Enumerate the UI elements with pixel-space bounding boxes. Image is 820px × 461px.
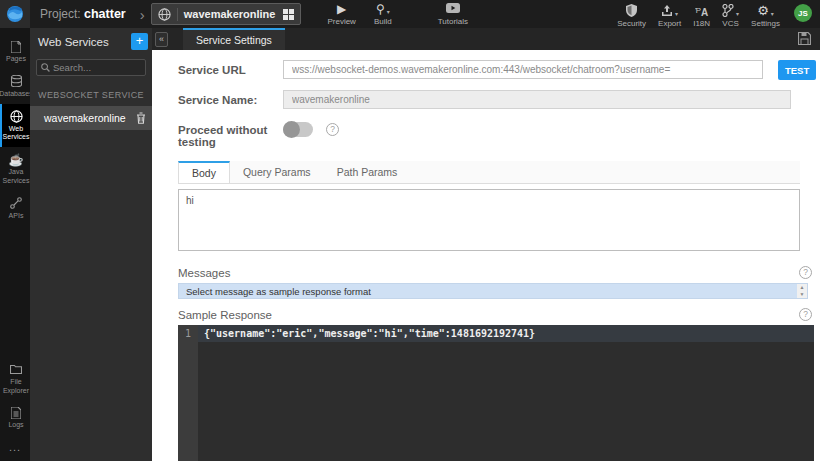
sidebar-item-logs[interactable]: Logs [0, 400, 30, 435]
tab-body[interactable]: Body [178, 161, 230, 183]
sidebar-item-databases[interactable]: Databases [0, 69, 30, 104]
wavemaker-logo-icon [6, 5, 24, 23]
svg-text:A: A [701, 7, 708, 17]
chevron-down-icon: ▾ [736, 11, 739, 17]
build-button[interactable]: ⚲▾ Build [374, 2, 392, 26]
editor-tab-bar: « Service Settings [152, 28, 820, 50]
toggle-knob [283, 121, 300, 138]
sidebar-item-pages[interactable]: Pages [0, 34, 30, 69]
line-number: 1 [178, 325, 198, 339]
tab-query-params[interactable]: Query Params [230, 161, 324, 183]
body-textarea[interactable]: hi [178, 189, 800, 251]
tutorials-button[interactable]: Tutorials [438, 2, 468, 26]
service-url-row: Service URL TEST [178, 60, 816, 80]
service-name-input [283, 90, 791, 109]
sidebar-item-file-explorer[interactable]: File Explorer [0, 357, 30, 401]
service-url-label: Service URL [178, 60, 283, 76]
sample-response-editor[interactable]: 1 {"username":"eric","message":"hi","tim… [178, 325, 814, 461]
folder-icon [10, 363, 22, 376]
sample-response-help-icon[interactable]: ? [799, 308, 812, 321]
project-breadcrumb: Project: chatter [40, 7, 126, 21]
log-document-icon [11, 406, 21, 419]
toolbar-left-actions: ▶ Preview ⚲▾ Build Tutorials [327, 2, 486, 26]
test-button[interactable]: TEST [778, 60, 816, 80]
api-nodes-icon [10, 197, 22, 210]
translate-icon: Ƥ A [695, 4, 709, 17]
more-options-button[interactable]: ... [0, 435, 30, 461]
left-icon-rail: Pages Databases Web Services ☕ Java Serv… [0, 28, 30, 461]
search-input[interactable] [53, 62, 143, 73]
add-service-button[interactable]: + [131, 33, 148, 50]
toolbar-right-actions: Security ▾ Export Ƥ A I18N [617, 0, 820, 28]
globe-icon [10, 110, 23, 123]
param-tab-strip: Body Query Params Path Params [178, 161, 800, 184]
globe-icon [158, 8, 178, 21]
panel-header: Web Services + [30, 28, 152, 54]
service-item-label: wavemakeronline [44, 112, 136, 124]
top-bar: Project: chatter › wavemakeronline ▶ Pre… [0, 0, 820, 28]
sidebar-item-apis[interactable]: APIs [0, 191, 30, 226]
messages-label: Messages [178, 267, 230, 279]
vcs-button[interactable]: ▾ VCS [722, 4, 739, 28]
code-line: {"username":"eric","message":"hi","time"… [198, 325, 814, 342]
user-avatar[interactable]: JS [794, 4, 812, 22]
messages-bar-text: Select message as sample response format [179, 286, 797, 297]
panel-title: Web Services [38, 36, 131, 48]
gear-icon: ⚙▾ [757, 4, 774, 17]
chevron-down-icon: ▾ [387, 9, 390, 15]
collapse-panel-button[interactable]: « [155, 32, 168, 47]
export-button[interactable]: ▾ Export [658, 4, 681, 28]
scroll-down-icon: ▼ [800, 292, 805, 297]
breadcrumb-chevron-icon: › [140, 7, 145, 22]
proceed-help-icon[interactable]: ? [326, 123, 339, 136]
page-icon [11, 40, 21, 53]
save-icon[interactable] [798, 32, 811, 45]
youtube-icon [446, 2, 460, 15]
security-button[interactable]: Security [617, 4, 646, 28]
open-service-tab[interactable]: wavemakeronline [151, 3, 302, 25]
web-services-panel: Web Services + WEBSOCKET SERVICE wavemak… [30, 28, 152, 461]
service-list-item[interactable]: wavemakeronline [30, 106, 152, 130]
play-icon: ▶ [337, 2, 346, 15]
websocket-service-section-label: WEBSOCKET SERVICE [38, 90, 152, 100]
sidebar-item-java-services[interactable]: ☕ Java Services [0, 147, 30, 191]
service-name-row: Service Name: [178, 90, 816, 109]
database-icon [11, 75, 22, 88]
service-search [36, 59, 146, 76]
export-upload-icon: ▾ [661, 4, 678, 17]
search-icon [41, 63, 50, 72]
proceed-row: Proceed without testing ? [178, 120, 816, 148]
build-tools-icon: ⚲▾ [376, 2, 390, 15]
trash-icon[interactable] [136, 112, 146, 124]
service-name-label: Service Name: [178, 90, 283, 106]
messages-scrollbar[interactable]: ▲ ▼ [797, 284, 807, 298]
coffee-cup-icon: ☕ [9, 153, 24, 166]
proceed-label: Proceed without testing [178, 120, 283, 148]
project-label: Project: [40, 7, 81, 21]
rail-spacer [0, 225, 30, 357]
proceed-toggle[interactable] [283, 122, 313, 137]
wavemaker-logo[interactable] [0, 0, 30, 28]
preview-button[interactable]: ▶ Preview [327, 2, 355, 26]
chevron-down-icon: ▾ [675, 11, 678, 17]
editor-gutter: 1 [178, 325, 198, 461]
grid-icon[interactable] [283, 9, 294, 20]
messages-help-icon[interactable]: ? [799, 266, 812, 279]
service-tab-label: wavemakeronline [184, 8, 276, 20]
branch-icon: ▾ [722, 4, 739, 17]
messages-select-bar[interactable]: Select message as sample response format… [178, 283, 808, 299]
project-name: chatter [84, 7, 126, 21]
scroll-up-icon: ▲ [800, 285, 805, 290]
editor-code-area[interactable]: {"username":"eric","message":"hi","time"… [198, 325, 814, 461]
service-url-input[interactable] [283, 60, 763, 79]
tab-path-params[interactable]: Path Params [324, 161, 411, 183]
chevron-down-icon: ▾ [771, 11, 774, 17]
sample-response-label: Sample Response [178, 309, 272, 321]
service-settings-content: Service URL TEST Service Name: Proceed w… [152, 50, 820, 461]
tab-service-settings[interactable]: Service Settings [183, 28, 285, 50]
sidebar-item-web-services[interactable]: Web Services [0, 104, 30, 148]
settings-button[interactable]: ⚙▾ Settings [751, 4, 780, 28]
i18n-button[interactable]: Ƥ A I18N [693, 4, 710, 28]
messages-header: Messages ? [178, 266, 812, 279]
shield-icon [626, 4, 637, 17]
